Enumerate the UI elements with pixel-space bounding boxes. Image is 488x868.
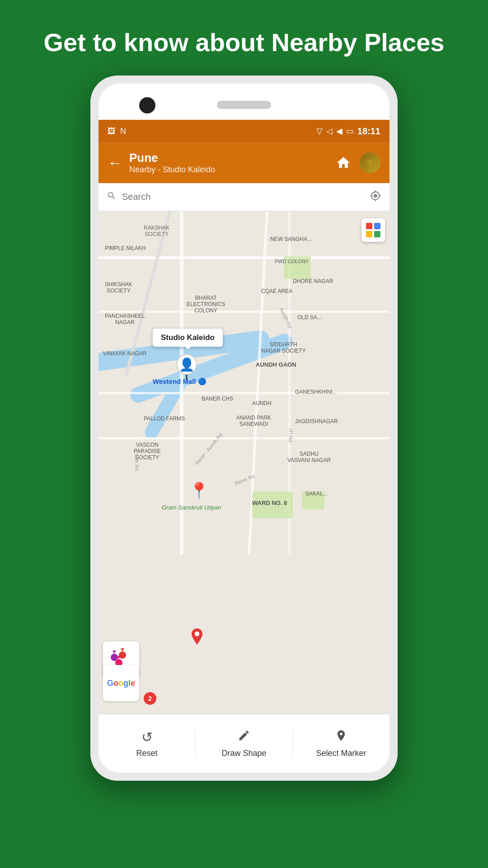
notification-icon-2: N bbox=[120, 127, 126, 136]
map-label-aundh-road: Aundh Rd bbox=[279, 307, 293, 329]
westend-label[interactable]: Westend Mall 🔵 bbox=[153, 377, 206, 386]
back-button[interactable]: ← bbox=[108, 155, 122, 171]
draw-shape-button[interactable]: Draw Shape bbox=[196, 714, 292, 773]
reset-button[interactable]: ↺ Reset bbox=[99, 714, 195, 773]
reset-icon: ↺ bbox=[141, 729, 153, 745]
notification-icon-1: 🖼 bbox=[108, 127, 116, 136]
google-logo: Google bbox=[103, 665, 139, 701]
draw-shape-label: Draw Shape bbox=[221, 749, 266, 758]
red-marker-1[interactable]: 📍 bbox=[189, 481, 209, 500]
map-label-baner: BANER CHS bbox=[202, 396, 233, 402]
app-bar-icons: ⚜ bbox=[333, 152, 380, 173]
location-icon[interactable] bbox=[370, 190, 381, 204]
map-label-vascon: VASCONPARADISESOCIETY bbox=[134, 442, 161, 461]
search-bar bbox=[99, 183, 389, 211]
phone-camera bbox=[139, 97, 155, 113]
time-display: 18:11 bbox=[357, 126, 380, 137]
app-bar-title-sub: Nearby - Studio Kaleido bbox=[129, 165, 333, 175]
map-label-link-rd: Link Rd bbox=[134, 454, 140, 471]
bottom-nav: ↺ Reset Draw Shape Select Ma bbox=[99, 714, 389, 773]
svg-marker-4 bbox=[121, 648, 124, 651]
map-label-shikshak: SHIKSHAKSOCIETY bbox=[105, 281, 132, 294]
svg-marker-2 bbox=[113, 651, 116, 654]
phone-wrapper: 🖼 N ▽ ◁ ◀ ▭ 18:11 ← Pune Nearby - Studio… bbox=[90, 75, 398, 781]
map-label-jagdish: JAGDISHNAGAR bbox=[295, 418, 338, 425]
headline: Get to know about Nearby Places bbox=[8, 0, 481, 75]
status-icons-left: 🖼 N bbox=[108, 127, 126, 136]
marker-avatar: 👤 bbox=[176, 354, 197, 375]
search-input[interactable] bbox=[122, 192, 370, 202]
map-label-anand: ANAND PARKSANEWADI bbox=[236, 415, 271, 427]
select-marker-button[interactable]: Select Marker bbox=[293, 714, 389, 773]
app-bar-title-main: Pune bbox=[129, 151, 333, 165]
map-label-sadhu: SADHUVASVANI NAGAR bbox=[287, 451, 331, 463]
app-badge[interactable]: ⚜ bbox=[360, 152, 380, 173]
info-popup[interactable]: Studio Kaleido bbox=[153, 329, 223, 347]
svg-point-0 bbox=[195, 632, 200, 637]
map-label-cqae: CQAE AREA bbox=[261, 288, 292, 294]
map-label-pimple: PIMPLE NILAKH bbox=[105, 245, 146, 251]
svg-point-3 bbox=[119, 651, 126, 659]
search-icon bbox=[107, 191, 117, 203]
red-marker-2[interactable] bbox=[189, 628, 205, 655]
cluster-badge: 2 bbox=[144, 692, 156, 705]
map-area[interactable]: RAKSHAKSOCIETY PIMPLE NILAKH NEW SANGHA.… bbox=[99, 211, 389, 714]
select-marker-label: Select Marker bbox=[316, 749, 366, 758]
map-background: RAKSHAKSOCIETY PIMPLE NILAKH NEW SANGHA.… bbox=[99, 211, 389, 714]
app-bar-title: Pune Nearby - Studio Kaleido bbox=[129, 151, 333, 175]
app-bar: ← Pune Nearby - Studio Kaleido ⚜ bbox=[99, 142, 389, 183]
select-marker-icon bbox=[335, 729, 347, 745]
map-label-gram: Gram Sanskruti Udyan bbox=[162, 504, 221, 511]
map-label-newsangha: NEW SANGHA... bbox=[270, 236, 312, 242]
signal-icon-2: ◀ bbox=[336, 126, 343, 136]
status-bar: 🖼 N ▽ ◁ ◀ ▭ 18:11 bbox=[99, 120, 389, 142]
signal-icon-1: ◁ bbox=[326, 126, 333, 136]
reset-label: Reset bbox=[136, 749, 157, 758]
phone-speaker bbox=[217, 101, 271, 109]
map-label-dhore: DHORE NAGAR bbox=[293, 278, 333, 284]
home-button[interactable] bbox=[333, 153, 353, 173]
google-grid-button[interactable] bbox=[361, 218, 385, 242]
battery-icon: ▭ bbox=[346, 126, 354, 136]
wifi-icon: ▽ bbox=[316, 126, 323, 136]
map-label-oldsa: OLD SA... bbox=[297, 314, 322, 321]
draw-icon bbox=[238, 729, 250, 745]
status-icons-right: ▽ ◁ ◀ ▭ 18:11 bbox=[316, 126, 380, 137]
phone-inner: 🖼 N ▽ ◁ ◀ ▭ 18:11 ← Pune Nearby - Studio… bbox=[99, 84, 389, 773]
map-marker[interactable]: 👤 bbox=[176, 354, 197, 380]
